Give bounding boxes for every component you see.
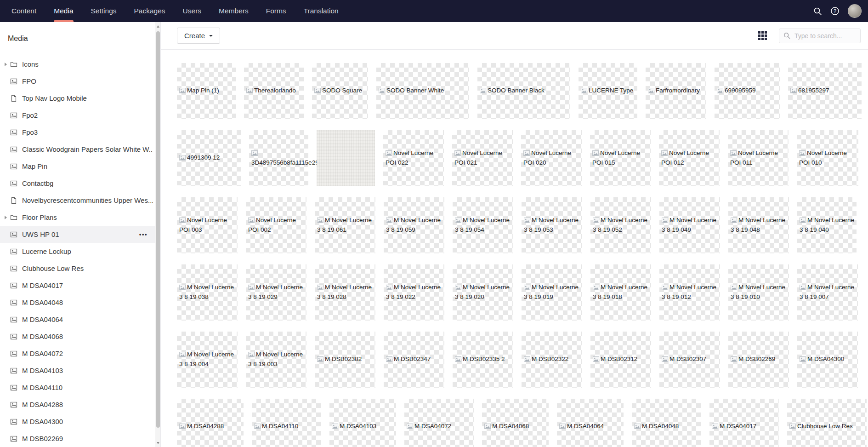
media-card[interactable]: M Novel Lucerne 3 8 19 003	[246, 332, 306, 388]
tree-item[interactable]: Classic Woodgrain Papers Solar White W..…	[0, 141, 160, 158]
tree-item[interactable]: Floor Plans	[0, 209, 160, 226]
item-actions-button[interactable]: •••	[139, 231, 148, 238]
nav-item-users[interactable]: Users	[174, 0, 210, 22]
media-card[interactable]: M Novel Lucerne 3 8 19 004	[177, 332, 238, 388]
tree-item[interactable]: Fpo2	[0, 107, 160, 124]
media-card[interactable]: M Novel Lucerne 3 8 19 007	[797, 264, 858, 321]
tree-item[interactable]: Clubhouse Low Res	[0, 260, 160, 277]
media-card[interactable]: SODO Banner White	[376, 63, 469, 119]
media-card[interactable]: SODO Banner Black	[477, 63, 570, 119]
media-card[interactable]: Novel Lucerne POI 022	[383, 130, 444, 186]
sidebar-scrollbar[interactable]	[155, 22, 160, 447]
media-card[interactable]: M Novel Lucerne 3 8 19 040	[797, 197, 857, 253]
media-card[interactable]: M DSB02382	[315, 332, 375, 388]
tree-item[interactable]: Map Pin	[0, 158, 160, 175]
scrollbar-up-arrow-icon[interactable]	[155, 23, 160, 29]
media-card[interactable]: Novel Lucerne POI 015	[590, 130, 651, 186]
scrollbar-thumb[interactable]	[156, 31, 160, 428]
nav-item-forms[interactable]: Forms	[257, 0, 295, 22]
tree-item[interactable]: M DSA04064	[0, 311, 160, 328]
media-card[interactable]: M Novel Lucerne 3 8 19 059	[384, 197, 444, 253]
user-avatar[interactable]	[848, 4, 862, 18]
expand-caret-icon[interactable]	[5, 216, 7, 219]
tree-item[interactable]: M DSA04300	[0, 413, 160, 430]
media-card[interactable]: M DSB02312	[590, 332, 651, 388]
search-icon[interactable]	[813, 7, 822, 16]
media-card[interactable]: M DSA04110	[252, 399, 321, 447]
media-card[interactable]: M Novel Lucerne 3 8 19 019	[522, 264, 582, 321]
scrollbar-down-arrow-icon[interactable]	[155, 440, 160, 446]
tree-item[interactable]: FPO	[0, 73, 160, 90]
media-card[interactable]: M Novel Lucerne 3 8 19 054	[453, 197, 513, 253]
media-card[interactable]: LUCERNE Type	[579, 63, 637, 119]
media-card[interactable]: M Novel Lucerne 3 8 19 061	[315, 197, 375, 253]
nav-item-translation[interactable]: Translation	[295, 0, 347, 22]
media-card[interactable]: Novel Lucerne POI 021	[452, 130, 513, 186]
tree-item[interactable]: Top Nav Logo Mobile	[0, 90, 160, 107]
media-card[interactable]: 681955297	[788, 63, 862, 119]
tree-item[interactable]: M DSA04068	[0, 328, 160, 345]
media-card[interactable]: SODO Square	[312, 63, 368, 119]
media-card[interactable]: Novel Lucerne POI 011	[728, 130, 789, 186]
media-card[interactable]: Map Pin (1)	[177, 63, 236, 119]
tree-item[interactable]: M DSA04110	[0, 379, 160, 396]
tree-item[interactable]: M DSA04017	[0, 277, 160, 294]
media-card[interactable]: M DSB02307	[659, 332, 720, 388]
tree-item[interactable]: Fpo3	[0, 124, 160, 141]
media-card[interactable]: M DSA04068	[482, 399, 549, 447]
media-card[interactable]: Novel Lucerne POI 020	[521, 130, 582, 186]
media-card[interactable]: M Novel Lucerne 3 8 19 020	[453, 264, 513, 321]
media-card[interactable]: M DSA04017	[709, 399, 779, 447]
media-card[interactable]: Novel Lucerne POI 003	[177, 197, 238, 253]
media-card[interactable]: Novel Lucerne POI 002	[246, 197, 306, 253]
tree-item[interactable]: Novelbycrescentcommunities Upper Wes...	[0, 192, 160, 209]
media-card[interactable]: M Novel Lucerne 3 8 19 010	[728, 264, 789, 321]
tree-item[interactable]: UWS HP 01•••	[0, 226, 160, 243]
media-card[interactable]: M DSA04288	[177, 399, 244, 447]
media-card[interactable]: M DSA04064	[557, 399, 624, 447]
media-card[interactable]: M DSB02269	[728, 332, 789, 388]
tree-item[interactable]: M DSA04072	[0, 345, 160, 362]
create-button[interactable]: Create	[177, 28, 220, 44]
nav-item-settings[interactable]: Settings	[82, 0, 125, 22]
grid-view-button[interactable]	[756, 29, 769, 42]
media-card[interactable]	[317, 130, 375, 186]
media-card[interactable]: M DSA04103	[329, 399, 396, 447]
media-card[interactable]: M Novel Lucerne 3 8 19 018	[590, 264, 651, 321]
tree-item[interactable]: M DSA04103	[0, 362, 160, 379]
media-card[interactable]: 4991309 12	[177, 130, 241, 186]
media-card[interactable]: 3D4897556b8fa1115e29fe993a4a616a	[249, 130, 308, 186]
media-card[interactable]: M Novel Lucerne 3 8 19 029	[246, 264, 306, 321]
nav-item-members[interactable]: Members	[210, 0, 257, 22]
media-card[interactable]: Novel Lucerne POI 012	[659, 130, 720, 186]
media-card[interactable]: M Novel Lucerne 3 8 19 053	[522, 197, 582, 253]
media-card[interactable]: Farfromordinary	[646, 63, 706, 119]
tree-item[interactable]: Lucerne Lockup	[0, 243, 160, 260]
nav-item-content[interactable]: Content	[3, 0, 45, 22]
media-card[interactable]: M DSB02335 2	[453, 332, 513, 388]
nav-item-media[interactable]: Media	[45, 0, 82, 22]
media-card[interactable]: Clubhouse Low Res	[787, 399, 867, 447]
expand-caret-icon[interactable]	[5, 63, 7, 66]
media-card[interactable]: M DSB02322	[522, 332, 582, 388]
media-card[interactable]: Therealorlando	[244, 63, 304, 119]
tree-item[interactable]: M DSA04288	[0, 396, 160, 413]
tree-item[interactable]: Contactbg	[0, 175, 160, 192]
media-card[interactable]: M DSA04300	[797, 332, 858, 388]
media-card[interactable]: 699095959	[715, 63, 780, 119]
media-card[interactable]: M Novel Lucerne 3 8 19 022	[384, 264, 444, 321]
media-card[interactable]: M Novel Lucerne 3 8 19 052	[590, 197, 651, 253]
media-card[interactable]: M Novel Lucerne 3 8 19 048	[728, 197, 789, 253]
media-card[interactable]: Novel Lucerne POI 010	[797, 130, 858, 186]
nav-item-packages[interactable]: Packages	[125, 0, 174, 22]
tree-item[interactable]: M DSB02269	[0, 430, 160, 447]
media-card[interactable]: M Novel Lucerne 3 8 19 038	[177, 264, 238, 321]
search-input[interactable]	[794, 32, 856, 40]
media-card[interactable]: M Novel Lucerne 3 8 19 028	[315, 264, 375, 321]
help-icon[interactable]: ?	[830, 6, 840, 16]
media-card[interactable]: M DSB02347	[384, 332, 444, 388]
media-card[interactable]: M Novel Lucerne 3 8 19 049	[659, 197, 720, 253]
media-card[interactable]: M DSA04048	[632, 399, 701, 447]
tree-item[interactable]: M DSA04048	[0, 294, 160, 311]
media-card[interactable]: M Novel Lucerne 3 8 19 012	[659, 264, 720, 321]
